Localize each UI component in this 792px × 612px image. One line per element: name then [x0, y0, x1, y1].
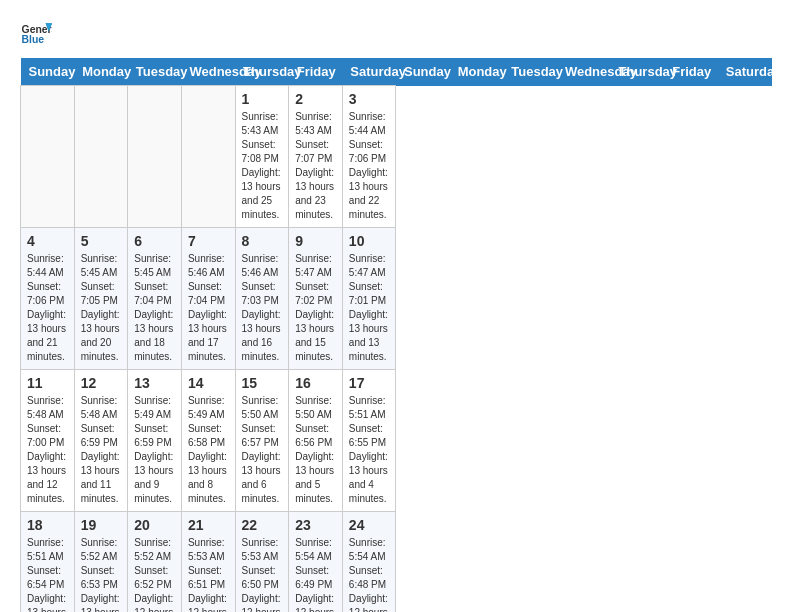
day-cell: 14Sunrise: 5:49 AM Sunset: 6:58 PM Dayli…: [181, 370, 235, 512]
col-header-tuesday: Tuesday: [128, 58, 182, 86]
day-info: Sunrise: 5:54 AM Sunset: 6:49 PM Dayligh…: [295, 536, 336, 612]
day-info: Sunrise: 5:44 AM Sunset: 7:06 PM Dayligh…: [27, 252, 68, 364]
logo-icon: General Blue: [20, 20, 52, 48]
day-number: 20: [134, 517, 175, 533]
day-cell: 23Sunrise: 5:54 AM Sunset: 6:49 PM Dayli…: [289, 512, 343, 613]
day-info: Sunrise: 5:45 AM Sunset: 7:04 PM Dayligh…: [134, 252, 175, 364]
day-number: 9: [295, 233, 336, 249]
day-info: Sunrise: 5:53 AM Sunset: 6:51 PM Dayligh…: [188, 536, 229, 612]
day-cell: 10Sunrise: 5:47 AM Sunset: 7:01 PM Dayli…: [342, 228, 396, 370]
day-info: Sunrise: 5:43 AM Sunset: 7:08 PM Dayligh…: [242, 110, 283, 222]
day-cell: 6Sunrise: 5:45 AM Sunset: 7:04 PM Daylig…: [128, 228, 182, 370]
day-cell: [128, 86, 182, 228]
day-number: 4: [27, 233, 68, 249]
day-cell: [74, 86, 128, 228]
day-cell: 24Sunrise: 5:54 AM Sunset: 6:48 PM Dayli…: [342, 512, 396, 613]
col-header-wednesday: Wednesday: [557, 58, 611, 86]
day-cell: 15Sunrise: 5:50 AM Sunset: 6:57 PM Dayli…: [235, 370, 289, 512]
day-info: Sunrise: 5:51 AM Sunset: 6:55 PM Dayligh…: [349, 394, 390, 506]
day-info: Sunrise: 5:48 AM Sunset: 7:00 PM Dayligh…: [27, 394, 68, 506]
day-info: Sunrise: 5:49 AM Sunset: 6:58 PM Dayligh…: [188, 394, 229, 506]
day-cell: [21, 86, 75, 228]
day-cell: 13Sunrise: 5:49 AM Sunset: 6:59 PM Dayli…: [128, 370, 182, 512]
day-number: 11: [27, 375, 68, 391]
day-cell: [181, 86, 235, 228]
col-header-sunday: Sunday: [21, 58, 75, 86]
col-header-saturday: Saturday: [342, 58, 396, 86]
day-cell: 20Sunrise: 5:52 AM Sunset: 6:52 PM Dayli…: [128, 512, 182, 613]
day-info: Sunrise: 5:47 AM Sunset: 7:01 PM Dayligh…: [349, 252, 390, 364]
week-row-4: 18Sunrise: 5:51 AM Sunset: 6:54 PM Dayli…: [21, 512, 772, 613]
day-info: Sunrise: 5:52 AM Sunset: 6:53 PM Dayligh…: [81, 536, 122, 612]
day-info: Sunrise: 5:47 AM Sunset: 7:02 PM Dayligh…: [295, 252, 336, 364]
day-number: 22: [242, 517, 283, 533]
day-cell: 17Sunrise: 5:51 AM Sunset: 6:55 PM Dayli…: [342, 370, 396, 512]
calendar-table: SundayMondayTuesdayWednesdayThursdayFrid…: [20, 58, 772, 612]
day-number: 12: [81, 375, 122, 391]
day-info: Sunrise: 5:50 AM Sunset: 6:57 PM Dayligh…: [242, 394, 283, 506]
day-cell: 21Sunrise: 5:53 AM Sunset: 6:51 PM Dayli…: [181, 512, 235, 613]
col-header-sunday: Sunday: [396, 58, 450, 86]
day-number: 5: [81, 233, 122, 249]
day-number: 3: [349, 91, 390, 107]
day-cell: 8Sunrise: 5:46 AM Sunset: 7:03 PM Daylig…: [235, 228, 289, 370]
day-cell: 12Sunrise: 5:48 AM Sunset: 6:59 PM Dayli…: [74, 370, 128, 512]
day-info: Sunrise: 5:46 AM Sunset: 7:03 PM Dayligh…: [242, 252, 283, 364]
header-row: SundayMondayTuesdayWednesdayThursdayFrid…: [21, 58, 772, 86]
col-header-saturday: Saturday: [718, 58, 772, 86]
day-number: 19: [81, 517, 122, 533]
svg-text:Blue: Blue: [22, 34, 45, 45]
day-cell: 18Sunrise: 5:51 AM Sunset: 6:54 PM Dayli…: [21, 512, 75, 613]
week-row-2: 4Sunrise: 5:44 AM Sunset: 7:06 PM Daylig…: [21, 228, 772, 370]
day-info: Sunrise: 5:51 AM Sunset: 6:54 PM Dayligh…: [27, 536, 68, 612]
day-number: 24: [349, 517, 390, 533]
day-info: Sunrise: 5:46 AM Sunset: 7:04 PM Dayligh…: [188, 252, 229, 364]
col-header-thursday: Thursday: [235, 58, 289, 86]
day-number: 2: [295, 91, 336, 107]
logo: General Blue: [20, 20, 56, 48]
col-header-friday: Friday: [289, 58, 343, 86]
day-number: 13: [134, 375, 175, 391]
day-number: 10: [349, 233, 390, 249]
day-info: Sunrise: 5:48 AM Sunset: 6:59 PM Dayligh…: [81, 394, 122, 506]
day-cell: 4Sunrise: 5:44 AM Sunset: 7:06 PM Daylig…: [21, 228, 75, 370]
day-number: 14: [188, 375, 229, 391]
day-number: 15: [242, 375, 283, 391]
col-header-thursday: Thursday: [611, 58, 665, 86]
page-header: General Blue: [20, 20, 772, 48]
day-cell: 5Sunrise: 5:45 AM Sunset: 7:05 PM Daylig…: [74, 228, 128, 370]
day-number: 8: [242, 233, 283, 249]
day-cell: 16Sunrise: 5:50 AM Sunset: 6:56 PM Dayli…: [289, 370, 343, 512]
day-number: 18: [27, 517, 68, 533]
day-info: Sunrise: 5:54 AM Sunset: 6:48 PM Dayligh…: [349, 536, 390, 612]
day-number: 7: [188, 233, 229, 249]
day-cell: 19Sunrise: 5:52 AM Sunset: 6:53 PM Dayli…: [74, 512, 128, 613]
week-row-1: 1Sunrise: 5:43 AM Sunset: 7:08 PM Daylig…: [21, 86, 772, 228]
day-number: 21: [188, 517, 229, 533]
day-cell: 3Sunrise: 5:44 AM Sunset: 7:06 PM Daylig…: [342, 86, 396, 228]
day-info: Sunrise: 5:49 AM Sunset: 6:59 PM Dayligh…: [134, 394, 175, 506]
day-cell: 7Sunrise: 5:46 AM Sunset: 7:04 PM Daylig…: [181, 228, 235, 370]
day-cell: 1Sunrise: 5:43 AM Sunset: 7:08 PM Daylig…: [235, 86, 289, 228]
day-cell: 9Sunrise: 5:47 AM Sunset: 7:02 PM Daylig…: [289, 228, 343, 370]
col-header-monday: Monday: [450, 58, 504, 86]
col-header-monday: Monday: [74, 58, 128, 86]
col-header-wednesday: Wednesday: [181, 58, 235, 86]
day-info: Sunrise: 5:50 AM Sunset: 6:56 PM Dayligh…: [295, 394, 336, 506]
day-number: 1: [242, 91, 283, 107]
col-header-tuesday: Tuesday: [503, 58, 557, 86]
week-row-3: 11Sunrise: 5:48 AM Sunset: 7:00 PM Dayli…: [21, 370, 772, 512]
day-number: 17: [349, 375, 390, 391]
day-cell: 11Sunrise: 5:48 AM Sunset: 7:00 PM Dayli…: [21, 370, 75, 512]
day-info: Sunrise: 5:44 AM Sunset: 7:06 PM Dayligh…: [349, 110, 390, 222]
day-info: Sunrise: 5:52 AM Sunset: 6:52 PM Dayligh…: [134, 536, 175, 612]
day-cell: 2Sunrise: 5:43 AM Sunset: 7:07 PM Daylig…: [289, 86, 343, 228]
col-header-friday: Friday: [664, 58, 718, 86]
day-number: 16: [295, 375, 336, 391]
day-cell: 22Sunrise: 5:53 AM Sunset: 6:50 PM Dayli…: [235, 512, 289, 613]
day-info: Sunrise: 5:45 AM Sunset: 7:05 PM Dayligh…: [81, 252, 122, 364]
day-info: Sunrise: 5:43 AM Sunset: 7:07 PM Dayligh…: [295, 110, 336, 222]
day-info: Sunrise: 5:53 AM Sunset: 6:50 PM Dayligh…: [242, 536, 283, 612]
day-number: 6: [134, 233, 175, 249]
day-number: 23: [295, 517, 336, 533]
